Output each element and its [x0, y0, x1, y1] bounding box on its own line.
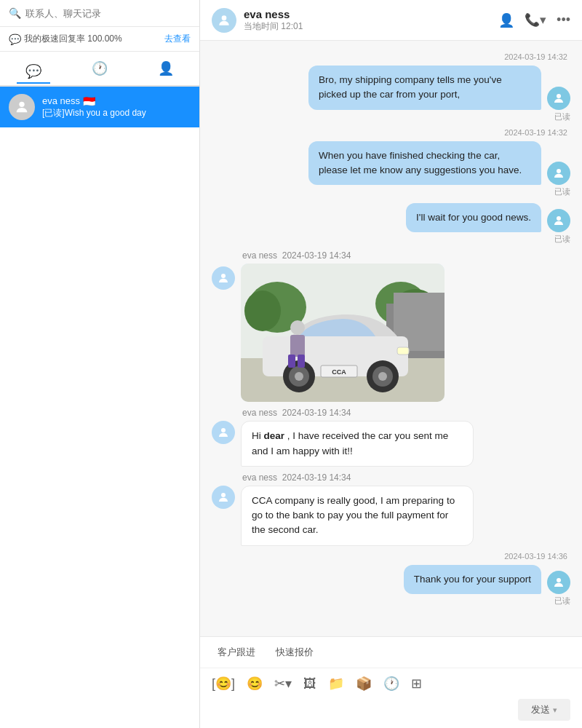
chat-header-avatar: [212, 8, 236, 33]
tab-contacts[interactable]: 👤: [149, 58, 183, 79]
msg-sender-info: eva ness 2024-03-19 14:34: [242, 472, 570, 483]
reply-rate-link[interactable]: 去查看: [164, 33, 191, 45]
quick-btn-quote[interactable]: 快速报价: [270, 643, 319, 662]
chat-area: eva ness 当地时间 12:01 👤 📞▾ ••• 2024-03-19 …: [200, 0, 582, 728]
chat-header-actions: 👤 📞▾ •••: [498, 12, 570, 28]
svg-point-0: [19, 102, 24, 107]
tab-chat[interactable]: 💬: [17, 60, 50, 84]
car-photo: CCA: [241, 264, 445, 402]
svg-rect-21: [397, 347, 409, 355]
bubble-out: Bro, my shipping company tells me you've…: [308, 66, 541, 110]
bottom-actions: 客户跟进 快速报价 [😊] 😊 ✂▾ 🖼 📁 📦 🕐 ⊞ 发送 ▾: [200, 636, 582, 728]
read-status: 已读: [554, 596, 570, 606]
user-action-icon[interactable]: 👤: [498, 12, 514, 28]
contact-list: eva ness 🇮🇩 [已读]Wish you a good day: [0, 87, 199, 728]
search-bar: 🔍: [0, 0, 199, 27]
svg-point-30: [557, 578, 561, 582]
contact-avatar: [9, 94, 35, 120]
svg-point-4: [557, 216, 561, 221]
svg-rect-25: [290, 335, 305, 357]
messages-area: 2024-03-19 14:32 Bro, my shipping compan…: [200, 41, 582, 636]
folder-icon[interactable]: 📁: [328, 676, 344, 692]
clock-icon[interactable]: 🕐: [383, 676, 399, 692]
svg-point-8: [244, 290, 281, 331]
table-row: I'll wait for you good news. 已读: [212, 203, 570, 245]
svg-point-17: [295, 372, 303, 381]
table-row: 2024-03-19 14:32 Bro, my shipping compan…: [212, 52, 570, 122]
read-status: 已读: [554, 234, 570, 245]
bubble-in: Hi dear , I have received the car you se…: [241, 421, 474, 467]
svg-point-2: [557, 94, 561, 98]
avatar: [547, 571, 570, 594]
smiley-icon[interactable]: 😊: [247, 676, 263, 692]
quick-btn-followup[interactable]: 客户跟进: [212, 643, 261, 662]
svg-point-28: [221, 428, 226, 432]
svg-point-29: [221, 493, 226, 497]
contact-item-eva-ness[interactable]: eva ness 🇮🇩 [已读]Wish you a good day: [0, 87, 199, 127]
svg-point-20: [378, 372, 387, 381]
table-row: eva ness 2024-03-19 14:34 CCA company is…: [212, 472, 570, 546]
contact-flag: 🇮🇩: [83, 95, 95, 107]
bubble-out: Thank you for your support: [404, 565, 541, 594]
read-status: 已读: [554, 111, 570, 122]
svg-rect-27: [298, 355, 305, 368]
svg-point-1: [222, 15, 227, 20]
message-icon: 💬: [9, 33, 21, 45]
table-row: eva ness 2024-03-19 14:34 Hi dear , I ha…: [212, 408, 570, 467]
bubble-in: CCA company is really good, I am prepari…: [241, 486, 474, 546]
phone-icon[interactable]: 📞▾: [525, 12, 546, 28]
msg-timestamp: 2024-03-19 14:32: [504, 128, 570, 137]
avatar: [212, 266, 235, 290]
contact-info: eva ness 🇮🇩 [已读]Wish you a good day: [42, 95, 191, 119]
table-row: eva ness 2024-03-19 14:34: [212, 250, 570, 402]
read-status: 已读: [554, 186, 570, 197]
quick-buttons: 客户跟进 快速报价: [200, 637, 582, 668]
svg-point-5: [221, 274, 226, 278]
tab-history[interactable]: 🕐: [83, 58, 116, 79]
svg-rect-26: [288, 355, 295, 368]
avatar: [547, 209, 570, 232]
more-icon[interactable]: •••: [557, 12, 570, 28]
search-icon: 🔍: [9, 7, 21, 19]
tabs-bar: 💬 🕐 👤: [0, 52, 199, 87]
svg-text:CCA: CCA: [332, 368, 346, 376]
msg-sender-info: eva ness 2024-03-19 14:34: [242, 250, 570, 261]
avatar: [547, 87, 570, 110]
msg-sender-info: eva ness 2024-03-19 14:34: [242, 408, 570, 418]
svg-point-3: [557, 169, 561, 173]
table-row: 2024-03-19 14:32 When you have finished …: [212, 128, 570, 198]
table-row: 2024-03-19 14:36 Thank you for your supp…: [212, 552, 570, 606]
avatar: [547, 162, 570, 185]
msg-timestamp: 2024-03-19 14:32: [504, 52, 570, 61]
bubble-out: When you have finished checking the car,…: [308, 141, 541, 186]
emoji-expression-icon[interactable]: [😊]: [212, 676, 235, 692]
image-icon[interactable]: 🖼: [303, 676, 316, 692]
svg-point-24: [290, 320, 305, 335]
avatar: [212, 486, 235, 509]
toolbar-icons: [😊] 😊 ✂▾ 🖼 📁 📦 🕐 ⊞: [200, 668, 582, 699]
search-input[interactable]: [25, 8, 191, 19]
contact-preview: [已读]Wish you a good day: [42, 107, 173, 119]
bubble-out: I'll wait for you good news.: [406, 203, 541, 232]
box-icon[interactable]: 📦: [356, 676, 372, 692]
sidebar: 🔍 💬 我的极速回复率 100.00% 去查看 💬 🕐 👤 eva ness 🇮…: [0, 0, 200, 728]
send-btn-area: 发送 ▾: [200, 699, 582, 728]
chat-header-time: 当地时间 12:01: [244, 20, 303, 33]
grid-icon[interactable]: ⊞: [411, 676, 422, 692]
reply-rate-text: 我的极速回复率 100.00%: [24, 33, 122, 45]
scissors-icon[interactable]: ✂▾: [274, 676, 292, 692]
avatar: [212, 421, 235, 444]
reply-rate-bar: 💬 我的极速回复率 100.00% 去查看: [0, 27, 199, 52]
send-dropdown-arrow[interactable]: ▾: [553, 705, 557, 715]
msg-timestamp: 2024-03-19 14:36: [504, 552, 570, 561]
send-button[interactable]: 发送 ▾: [518, 699, 570, 721]
chat-header-name: eva ness: [244, 8, 303, 20]
chat-header: eva ness 当地时间 12:01 👤 📞▾ •••: [200, 0, 582, 41]
contact-name: eva ness: [42, 95, 80, 106]
